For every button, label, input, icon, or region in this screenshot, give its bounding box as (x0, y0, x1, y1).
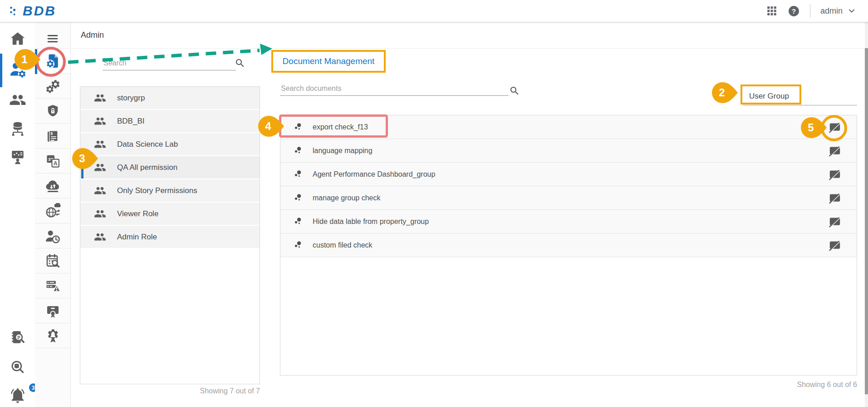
globe-transfer-icon (44, 203, 61, 219)
sidebar-item-language-mapping[interactable] (35, 148, 70, 174)
group-row[interactable]: Data Science Lab (80, 133, 260, 155)
documents-list: export check_f13 language mapping Agent … (280, 115, 857, 376)
user-menu[interactable]: admin (820, 6, 856, 16)
document-row[interactable]: language mapping (280, 139, 857, 163)
group-row[interactable]: Only Story Permissions (80, 179, 260, 202)
screen-publish-off-icon[interactable] (829, 121, 841, 134)
group-name: QA All permission (117, 163, 177, 172)
trainer-presentation-icon (10, 149, 26, 165)
sidebar-item-subscriptions[interactable] (35, 123, 70, 149)
sidebar-item-roles[interactable] (35, 323, 70, 348)
cloud-sync-icon (44, 178, 61, 194)
sidebar-item-server-monitor[interactable] (35, 273, 70, 298)
document-search-input[interactable] (280, 83, 509, 96)
topbar-divider (810, 4, 810, 18)
top-bar: BDB admin (0, 0, 868, 22)
sidebar-item-data-search[interactable] (0, 352, 35, 382)
sidebar-item-session-config[interactable] (35, 223, 70, 248)
document-name: export check_f13 (313, 123, 819, 131)
group-search-input[interactable] (103, 57, 236, 70)
user-clock-icon (44, 228, 61, 244)
page-header: Admin (70, 22, 868, 49)
sidebar-item-notifications[interactable]: 3 (0, 381, 35, 407)
invoice-doc-icon (45, 129, 60, 144)
sidebar-item-security[interactable] (35, 98, 70, 124)
sidebar-item-settings[interactable] (35, 73, 70, 99)
sidebar-item-schedule-monitor[interactable] (35, 248, 70, 273)
data-center-icon (10, 120, 26, 137)
bdb-logo[interactable]: BDB (7, 2, 56, 20)
certificate-icon (45, 303, 61, 319)
logo-text: BDB (23, 3, 56, 19)
primary-sidebar: 3 (0, 22, 35, 407)
scrollbar-thumb[interactable] (865, 48, 868, 394)
svg-text:4: 4 (265, 120, 271, 132)
annotation-box-user-group (740, 84, 801, 104)
search-icon[interactable] (509, 85, 520, 96)
user-groups-icon (9, 91, 26, 109)
sidebar-item-user-groups[interactable] (0, 85, 35, 115)
screen-publish-off-icon[interactable] (829, 239, 841, 252)
bubbles-doc-icon (293, 240, 304, 250)
sidebar-item-home[interactable] (0, 24, 35, 54)
svg-text:2: 2 (719, 86, 725, 99)
help-icon[interactable] (788, 5, 800, 17)
sidebar-item-api-connectors[interactable] (35, 198, 70, 223)
document-name: Hide data lable from property_group (313, 218, 819, 226)
group-name: storygrp (117, 94, 145, 103)
gears-icon (44, 78, 61, 94)
group-icon (94, 231, 106, 243)
admin-page: BDB admin 3 (0, 0, 868, 407)
logo-dots-icon (7, 3, 23, 19)
document-row[interactable]: Agent Performance Dashboard_group (280, 163, 857, 186)
document-row[interactable]: export check_f13 (280, 115, 857, 139)
sidebar-item-migration[interactable] (35, 173, 70, 199)
document-row[interactable]: custom filed check (280, 233, 857, 257)
user-groups-list: storygrp BDB_BI Data Science Lab QA All … (80, 86, 260, 384)
sidebar-item-admin[interactable] (0, 55, 35, 84)
group-name: Admin Role (117, 233, 157, 242)
group-row[interactable]: Admin Role (80, 226, 260, 248)
home-icon (10, 30, 26, 47)
sidebar-item-data-center[interactable] (0, 114, 35, 144)
sidebar-divider (35, 348, 70, 348)
book-search-icon (10, 329, 26, 346)
shield-lock-icon (45, 104, 60, 119)
bell-icon (9, 387, 26, 404)
group-row[interactable]: BDB_BI (80, 110, 260, 132)
apps-grid-icon[interactable] (766, 5, 778, 17)
group-row[interactable]: storygrp (80, 87, 260, 109)
active-indicator-bar (35, 49, 37, 74)
hamburger-icon (46, 32, 59, 45)
annotation-badge-2: 2 (711, 82, 739, 104)
sidebar-item-trainer[interactable] (0, 142, 35, 172)
screen-publish-off-icon[interactable] (829, 168, 841, 181)
menu-toggle[interactable] (35, 30, 70, 48)
document-gear-icon (44, 53, 61, 70)
document-name: language mapping (313, 147, 819, 155)
chevron-down-icon (847, 6, 856, 15)
documents-count-footer: Showing 6 out of 6 (449, 381, 857, 389)
group-row-selected[interactable]: QA All permission (80, 156, 260, 179)
document-management-tab[interactable]: Document Management (271, 50, 386, 73)
document-row[interactable]: Hide data lable from property_group (280, 210, 857, 233)
award-user-icon (45, 328, 61, 344)
document-row[interactable]: manage group check (280, 186, 857, 210)
document-name: custom filed check (313, 241, 819, 249)
group-name: Data Science Lab (117, 140, 178, 149)
screen-publish-off-icon[interactable] (829, 192, 841, 204)
page-title: Admin (81, 30, 104, 40)
screen-publish-off-icon[interactable] (829, 144, 841, 157)
sidebar-item-data-catalog[interactable] (0, 323, 35, 352)
screen-publish-off-icon[interactable] (829, 215, 841, 228)
bubbles-doc-icon (293, 145, 304, 156)
secondary-sidebar (35, 22, 71, 407)
sidebar-item-certificates[interactable] (35, 298, 70, 323)
data-search-icon (10, 359, 25, 375)
group-row[interactable]: Viewer Role (80, 203, 260, 225)
sidebar-item-document-management[interactable] (35, 48, 70, 74)
calendar-search-icon (45, 253, 61, 269)
bubbles-doc-icon (293, 193, 304, 203)
admin-user-gear-icon (9, 61, 26, 78)
search-icon[interactable] (235, 58, 245, 69)
